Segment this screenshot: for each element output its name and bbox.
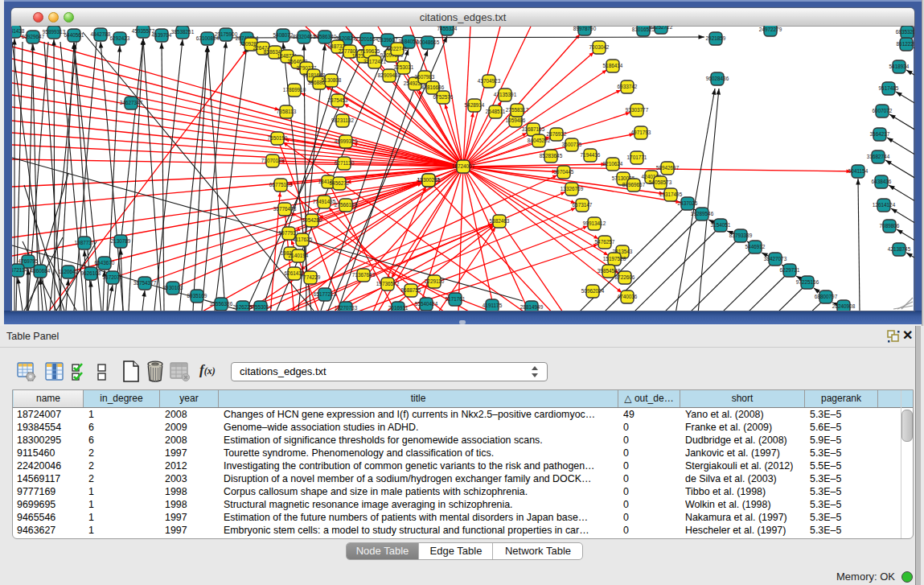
svg-text:8612220: 8612220 <box>897 41 914 47</box>
svg-text:5456272: 5456272 <box>330 180 350 186</box>
svg-text:5672073: 5672073 <box>103 274 123 280</box>
svg-text:5476257: 5476257 <box>595 239 615 245</box>
svg-text:1987737: 1987737 <box>75 240 95 245</box>
svg-text:4971793: 4971793 <box>631 130 651 135</box>
svg-text:19317495: 19317495 <box>659 192 683 197</box>
svg-text:1954280: 1954280 <box>302 217 322 223</box>
svg-text:5041154: 5041154 <box>848 168 869 174</box>
svg-text:8722606: 8722606 <box>615 274 635 280</box>
svg-text:6672134: 6672134 <box>12 267 28 273</box>
svg-text:83793389: 83793389 <box>729 233 753 238</box>
svg-text:4842788: 4842788 <box>91 31 111 37</box>
svg-text:5130808: 5130808 <box>322 77 342 83</box>
svg-text:6543670: 6543670 <box>95 260 115 266</box>
svg-text:15197528: 15197528 <box>603 256 626 262</box>
svg-text:5428914: 5428914 <box>465 102 485 108</box>
svg-text:8210624: 8210624 <box>603 161 623 167</box>
svg-text:29175900: 29175900 <box>215 31 238 37</box>
svg-text:95899313: 95899313 <box>43 29 66 35</box>
svg-text:31687165: 31687165 <box>522 126 545 132</box>
svg-text:6007072: 6007072 <box>873 108 893 113</box>
svg-text:84045292: 84045292 <box>528 138 551 143</box>
svg-text:89978790: 89978790 <box>573 26 597 31</box>
svg-text:8930103: 8930103 <box>163 285 183 290</box>
svg-text:3970445: 3970445 <box>554 169 574 175</box>
svg-text:3500715: 3500715 <box>562 142 582 147</box>
svg-text:7358113: 7358113 <box>277 109 297 114</box>
svg-text:96028436: 96028436 <box>706 76 729 81</box>
svg-text:2839607: 2839607 <box>378 37 398 43</box>
svg-text:13326769: 13326769 <box>561 186 584 192</box>
svg-text:6573147: 6573147 <box>573 202 593 208</box>
svg-text:68353204: 68353204 <box>896 29 914 35</box>
svg-text:4191175: 4191175 <box>483 303 503 308</box>
svg-text:3154051: 3154051 <box>711 222 731 228</box>
svg-text:27558317: 27558317 <box>506 107 529 113</box>
svg-text:68800797: 68800797 <box>815 294 838 299</box>
svg-text:6292423: 6292423 <box>110 35 130 41</box>
svg-text:19736572: 19736572 <box>376 281 400 286</box>
svg-text:2548511: 2548511 <box>486 109 506 114</box>
svg-text:31172421: 31172421 <box>363 59 386 64</box>
svg-text:55540424: 55540424 <box>415 301 438 307</box>
svg-text:2876932: 2876932 <box>547 131 567 137</box>
svg-text:93303777: 93303777 <box>626 107 649 113</box>
svg-text:7455324: 7455324 <box>437 26 458 31</box>
svg-text:34627347: 34627347 <box>120 100 143 105</box>
svg-text:7003042: 7003042 <box>589 44 610 50</box>
svg-text:3253031: 3253031 <box>394 64 414 70</box>
svg-text:9626108: 9626108 <box>81 270 101 276</box>
svg-text:66775103: 66775103 <box>269 182 293 187</box>
svg-text:18724007: 18724007 <box>452 163 475 169</box>
svg-text:77491435: 77491435 <box>313 199 336 204</box>
svg-text:47816686: 47816686 <box>421 84 445 90</box>
svg-text:38538251: 38538251 <box>171 29 195 35</box>
svg-text:1120642: 1120642 <box>59 269 79 274</box>
svg-text:60929647: 60929647 <box>22 34 45 39</box>
svg-text:24972279: 24972279 <box>759 27 782 32</box>
svg-text:8688755: 8688755 <box>401 287 421 293</box>
svg-text:7089806: 7089806 <box>880 223 900 229</box>
svg-text:90048665: 90048665 <box>417 39 440 45</box>
svg-text:2375453: 2375453 <box>328 97 348 103</box>
svg-text:98231132: 98231132 <box>331 117 354 123</box>
svg-text:42138745: 42138745 <box>888 246 911 252</box>
svg-text:99913412: 99913412 <box>583 220 606 226</box>
svg-text:5446912: 5446912 <box>745 244 766 249</box>
svg-text:2140194: 2140194 <box>289 253 309 258</box>
svg-text:22201654: 22201654 <box>355 36 379 42</box>
svg-text:44999379: 44999379 <box>335 138 358 144</box>
svg-text:30776478: 30776478 <box>273 206 297 212</box>
svg-text:81969657: 81969657 <box>622 182 646 187</box>
svg-text:85283645: 85283645 <box>540 153 563 159</box>
svg-text:65177213: 65177213 <box>314 291 337 297</box>
svg-text:97225156: 97225156 <box>796 279 819 285</box>
svg-text:3741438: 3741438 <box>12 28 25 34</box>
svg-text:28814949: 28814949 <box>520 304 544 310</box>
svg-text:7550190: 7550190 <box>268 135 288 141</box>
svg-text:6022741: 6022741 <box>388 46 408 51</box>
svg-text:4769795: 4769795 <box>18 258 39 264</box>
svg-text:5382463: 5382463 <box>490 218 510 224</box>
svg-text:1059486: 1059486 <box>506 117 526 123</box>
svg-text:71070189: 71070189 <box>261 158 285 163</box>
svg-text:2921859: 2921859 <box>706 35 726 41</box>
svg-text:17869910: 17869910 <box>283 87 306 93</box>
svg-text:7774229: 7774229 <box>301 274 321 280</box>
svg-text:58942697: 58942697 <box>656 165 680 171</box>
svg-text:57553014: 57553014 <box>249 304 273 310</box>
svg-text:7194416: 7194416 <box>581 152 601 158</box>
svg-text:4740036: 4740036 <box>618 294 638 299</box>
svg-text:82909480: 82909480 <box>378 72 401 78</box>
svg-text:35556386: 35556386 <box>210 301 233 307</box>
svg-text:31682744: 31682744 <box>867 154 890 159</box>
svg-text:5171761: 5171761 <box>446 296 466 302</box>
svg-text:8935169: 8935169 <box>187 293 207 299</box>
svg-text:1701771: 1701771 <box>627 154 647 160</box>
svg-text:58586340: 58586340 <box>314 34 337 39</box>
svg-text:19289546: 19289546 <box>691 211 714 216</box>
svg-text:38427073: 38427073 <box>764 256 787 262</box>
svg-text:3607983: 3607983 <box>415 74 435 80</box>
svg-text:84252722: 84252722 <box>650 26 673 30</box>
svg-text:26240908: 26240908 <box>832 303 856 309</box>
